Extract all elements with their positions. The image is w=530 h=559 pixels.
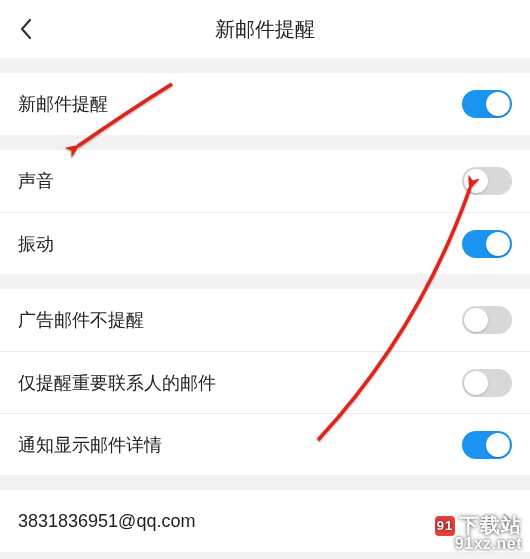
section-gap: [0, 475, 530, 490]
chevron-right-icon: [502, 513, 512, 529]
settings-group-1: 新邮件提醒: [0, 73, 530, 135]
row-new-mail-alert: 新邮件提醒: [0, 73, 530, 135]
toggle-vibration[interactable]: [462, 230, 512, 258]
settings-group-2: 声音 振动: [0, 150, 530, 274]
settings-group-accounts: 3831836951@qq.com: [0, 490, 530, 552]
section-gap: [0, 274, 530, 289]
toggle-sound[interactable]: [462, 167, 512, 195]
row-ad-no-alert: 广告邮件不提醒: [0, 289, 530, 351]
toggle-ad-no-alert[interactable]: [462, 306, 512, 334]
section-gap: [0, 135, 530, 150]
row-show-details: 通知显示邮件详情: [0, 413, 530, 475]
header: 新邮件提醒: [0, 0, 530, 58]
row-label: 声音: [18, 169, 54, 193]
row-label: 3831836951@qq.com: [18, 511, 195, 532]
settings-group-3: 广告邮件不提醒 仅提醒重要联系人的邮件 通知显示邮件详情: [0, 289, 530, 475]
section-gap: [0, 58, 530, 73]
row-label: 仅提醒重要联系人的邮件: [18, 371, 216, 395]
toggle-new-mail-alert[interactable]: [462, 90, 512, 118]
toggle-important-only[interactable]: [462, 369, 512, 397]
row-label: 新邮件提醒: [18, 92, 108, 116]
row-important-only: 仅提醒重要联系人的邮件: [0, 351, 530, 413]
row-vibration: 振动: [0, 212, 530, 274]
row-sound: 声音: [0, 150, 530, 212]
toggle-show-details[interactable]: [462, 431, 512, 459]
row-label: 振动: [18, 232, 54, 256]
page-title: 新邮件提醒: [0, 16, 530, 43]
footer-hint: 你可以对每个账号分别进行设置: [0, 552, 530, 559]
back-icon[interactable]: [18, 21, 34, 37]
row-label: 广告邮件不提醒: [18, 308, 144, 332]
row-label: 通知显示邮件详情: [18, 433, 162, 457]
row-account[interactable]: 3831836951@qq.com: [0, 490, 530, 552]
